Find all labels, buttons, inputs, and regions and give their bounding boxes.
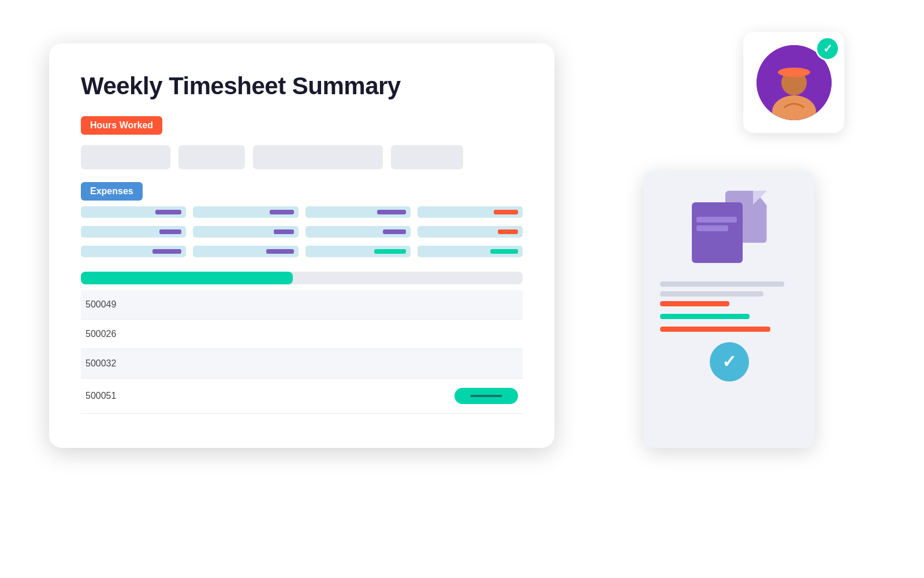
exp-block <box>81 226 186 238</box>
exp-accent-col3-1 <box>377 210 406 214</box>
phone-check-icon: ✓ <box>722 353 736 370</box>
exp-block <box>418 246 523 257</box>
hours-cell-1 <box>81 145 170 169</box>
exp-accent-col2-1 <box>270 210 294 214</box>
exp-accent-red-1 <box>494 210 518 214</box>
table-row: 500026 <box>81 320 523 349</box>
phone-check-circle: ✓ <box>710 342 749 381</box>
avatar-check-icon: ✓ <box>823 42 833 55</box>
exp-accent-purple-3 <box>152 249 181 254</box>
exp-accent-purple-2 <box>159 229 181 234</box>
avatar-check-badge: ✓ <box>815 36 840 61</box>
hours-cell-4 <box>391 145 463 169</box>
phone-line-red-2 <box>660 327 770 332</box>
exp-accent-purple <box>155 210 181 214</box>
exp-block <box>81 246 186 257</box>
expense-col-1 <box>81 206 186 261</box>
doc-line-1 <box>696 217 737 223</box>
svg-rect-4 <box>780 69 808 75</box>
phone-card: ✓ <box>644 171 814 448</box>
exp-accent-teal-col3 <box>374 249 406 254</box>
exp-block <box>305 206 411 218</box>
exp-accent-col2-3 <box>266 249 294 254</box>
exp-accent-col2-2 <box>274 229 294 234</box>
hours-cell-2 <box>178 145 245 169</box>
doc-pages <box>692 188 767 263</box>
table-row: 500049 <box>81 290 523 320</box>
row-id-3: 500032 <box>85 358 116 369</box>
row-id-4: 500051 <box>85 391 116 401</box>
expenses-grid <box>81 206 523 261</box>
action-button[interactable] <box>454 388 518 404</box>
exp-block <box>193 206 298 218</box>
expense-col-3 <box>305 206 411 261</box>
exp-block <box>305 226 411 238</box>
exp-accent-teal-col4 <box>490 249 518 254</box>
exp-accent-red-2 <box>498 229 518 234</box>
expenses-badge: Expenses <box>81 182 143 201</box>
exp-block <box>305 246 411 257</box>
doc-front-page <box>692 202 743 263</box>
phone-line-gray-2 <box>660 291 763 297</box>
hours-worked-section: Hours Worked <box>81 116 523 169</box>
document-illustration <box>660 188 798 269</box>
button-line <box>471 395 502 397</box>
row-id-2: 500026 <box>85 329 116 339</box>
expense-col-2 <box>193 206 298 261</box>
exp-block <box>81 206 186 218</box>
table-row: 500032 <box>81 349 523 379</box>
expenses-section: Expenses <box>81 182 523 261</box>
doc-fold <box>753 191 767 205</box>
doc-line-2 <box>696 225 728 231</box>
tablet-main-card: Weekly Timesheet Summary Hours Worked Ex… <box>49 43 554 448</box>
phone-doc-lines <box>660 281 798 332</box>
hours-cell-3 <box>253 145 383 169</box>
exp-block <box>418 226 523 238</box>
hours-row <box>81 145 523 169</box>
exp-block <box>418 206 523 218</box>
progress-bar-fill <box>81 272 293 284</box>
phone-line-gray-1 <box>660 281 784 287</box>
row-id-1: 500049 <box>85 299 116 310</box>
avatar-card: ✓ <box>743 32 844 133</box>
doc-wrapper <box>692 188 767 269</box>
hours-worked-badge: Hours Worked <box>81 116 162 135</box>
table-section: 500049 500026 500032 500051 <box>81 290 523 414</box>
exp-block <box>193 246 298 257</box>
page-title: Weekly Timesheet Summary <box>81 72 523 100</box>
exp-accent-col3-2 <box>383 229 406 234</box>
progress-bar-container <box>81 272 523 284</box>
phone-line-teal <box>660 314 750 319</box>
expense-col-4 <box>418 206 523 261</box>
phone-line-red-1 <box>660 301 729 306</box>
table-row: 500051 <box>81 379 523 414</box>
exp-block <box>193 226 298 238</box>
